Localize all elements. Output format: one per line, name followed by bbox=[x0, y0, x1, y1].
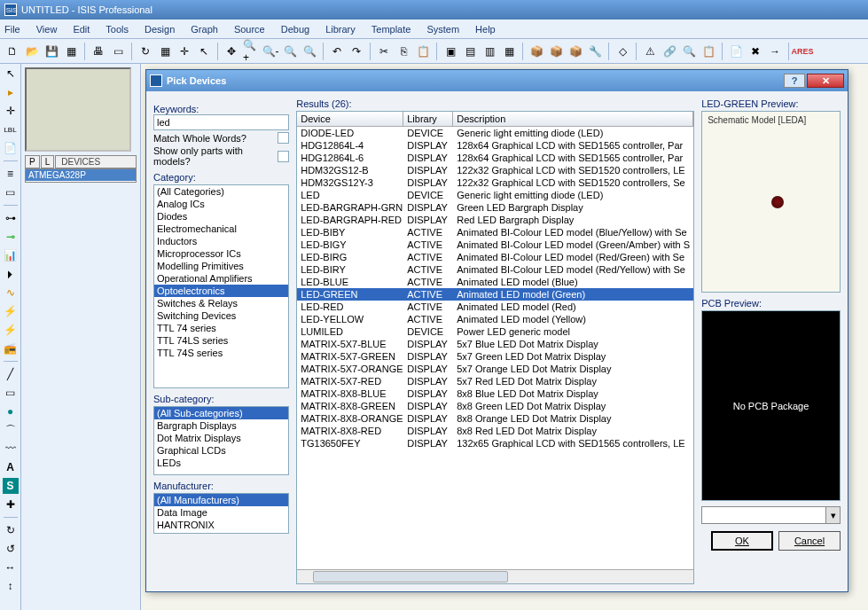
table-row[interactable]: MATRIX-8X8-BLUEDISPLAY8x8 Blue LED Dot M… bbox=[297, 387, 693, 400]
device-list-item[interactable]: ATMEGA328P bbox=[26, 169, 136, 181]
list-item[interactable]: Diodes bbox=[154, 210, 288, 223]
origin-icon[interactable]: ✛ bbox=[176, 43, 193, 60]
cursor-icon[interactable]: ↖ bbox=[195, 43, 213, 60]
table-row[interactable]: MATRIX-5X7-BLUEDISPLAY5x7 Blue LED Dot M… bbox=[297, 338, 693, 350]
menu-debug[interactable]: Debug bbox=[281, 24, 309, 35]
pan-icon[interactable]: ✥ bbox=[223, 43, 240, 60]
path-icon[interactable]: 〰 bbox=[3, 441, 19, 457]
area-icon[interactable]: ▦ bbox=[62, 43, 80, 60]
copy-icon[interactable]: ⎘ bbox=[395, 43, 412, 60]
table-row[interactable]: MATRIX-5X7-ORANGEDISPLAY5x7 Orange LED D… bbox=[297, 363, 693, 375]
subcircuit-icon[interactable]: ▭ bbox=[3, 184, 19, 200]
junction-icon[interactable]: ✛ bbox=[3, 103, 19, 119]
chevron-down-icon[interactable]: ▾ bbox=[825, 507, 840, 523]
table-row[interactable]: HDG12864L-6DISPLAY128x64 Graphical LCD w… bbox=[297, 152, 693, 164]
table-row[interactable]: LED-YELLOWACTIVEAnimated LED model (Yell… bbox=[297, 313, 693, 325]
grid-icon[interactable]: ▦ bbox=[156, 43, 174, 60]
list-item[interactable]: Operational Amplifiers bbox=[154, 272, 288, 285]
list-item[interactable]: TTL 74 series bbox=[154, 322, 288, 334]
search-icon[interactable]: 🔍 bbox=[680, 43, 698, 60]
table-row[interactable]: LED-BIGYACTIVEAnimated BI-Colour LED mod… bbox=[297, 239, 693, 251]
list-item[interactable]: (All Categories) bbox=[154, 185, 288, 198]
current-probe-icon[interactable]: ⚡ bbox=[3, 322, 19, 338]
help-icon[interactable]: ? bbox=[784, 74, 805, 88]
manufacturer-list[interactable]: (All Manufacturers)Data ImageHANTRONIX bbox=[153, 493, 289, 534]
menu-library[interactable]: Library bbox=[325, 24, 356, 35]
goto-sheet-icon[interactable]: → bbox=[766, 43, 784, 60]
table-row[interactable]: HDM32GS12Y-3DISPLAY122x32 Graphical LCD … bbox=[297, 176, 693, 189]
new-icon[interactable]: 🗋 bbox=[4, 43, 21, 60]
menu-source[interactable]: Source bbox=[234, 24, 265, 35]
wire-icon[interactable]: ◇ bbox=[614, 43, 631, 60]
selection-icon[interactable]: ↖ bbox=[3, 66, 19, 82]
category-list[interactable]: (All Categories)Analog ICsDiodesElectrom… bbox=[153, 184, 289, 388]
table-row[interactable]: HDM32GS12-BDISPLAY122x32 Graphical LCD w… bbox=[297, 164, 693, 176]
script-icon[interactable]: 📄 bbox=[3, 140, 19, 156]
list-item[interactable]: Bargraph Displays bbox=[154, 419, 288, 432]
table-row[interactable]: TG13650FEYDISPLAY132x65 Graphical LCD wi… bbox=[297, 437, 693, 450]
voltage-probe-icon[interactable]: ⚡ bbox=[3, 303, 19, 319]
print-icon[interactable]: 🖶 bbox=[90, 43, 107, 60]
col-library[interactable]: Library bbox=[403, 112, 453, 126]
keywords-input[interactable] bbox=[153, 114, 289, 130]
zoom-in-icon[interactable]: 🔍+ bbox=[242, 43, 260, 60]
list-item[interactable]: Switches & Relays bbox=[154, 297, 288, 309]
open-icon[interactable]: 📂 bbox=[23, 43, 41, 60]
list-item[interactable]: Switching Devices bbox=[154, 309, 288, 322]
list-item[interactable]: (All Manufacturers) bbox=[154, 494, 288, 506]
pick-icon[interactable]: 📦 bbox=[528, 43, 545, 60]
table-row[interactable]: LED-BIBYACTIVEAnimated BI-Colour LED mod… bbox=[297, 226, 693, 239]
menu-edit[interactable]: Edit bbox=[73, 24, 90, 35]
decompose-icon[interactable]: 🔧 bbox=[586, 43, 604, 60]
redo-icon[interactable]: ↷ bbox=[348, 43, 365, 60]
list-item[interactable]: Inductors bbox=[154, 235, 288, 247]
table-row[interactable]: LED-BLUEACTIVEAnimated LED model (Blue) bbox=[297, 276, 693, 288]
undo-icon[interactable]: ↶ bbox=[328, 43, 346, 60]
table-row[interactable]: LED-BARGRAPH-GRNDISPLAYGreen LED Bargrap… bbox=[297, 201, 693, 214]
list-item[interactable]: LEDs bbox=[154, 457, 288, 469]
table-row[interactable]: LED-GREENACTIVEAnimated LED model (Green… bbox=[297, 288, 693, 301]
table-row[interactable]: MATRIX-8X8-GREENDISPLAY8x8 Green LED Dot… bbox=[297, 400, 693, 412]
line-icon[interactable]: ╱ bbox=[3, 366, 19, 382]
ares-icon[interactable]: ARES bbox=[794, 43, 811, 60]
erc-icon[interactable]: ⚠ bbox=[641, 43, 659, 60]
package-combo[interactable]: ▾ bbox=[701, 506, 841, 524]
label-icon[interactable]: LBL bbox=[3, 121, 19, 137]
list-item[interactable]: TTL 74LS series bbox=[154, 334, 288, 347]
col-device[interactable]: Device bbox=[297, 112, 403, 126]
list-item[interactable]: Data Image bbox=[154, 506, 288, 519]
marker-icon[interactable]: ✚ bbox=[3, 497, 19, 512]
rotate-ccw-icon[interactable]: ↺ bbox=[3, 541, 19, 557]
tape-icon[interactable]: ⏵ bbox=[3, 266, 19, 282]
graph-icon[interactable]: 📊 bbox=[3, 247, 19, 263]
cancel-button[interactable]: Cancel bbox=[778, 531, 841, 551]
menu-view[interactable]: View bbox=[36, 24, 58, 35]
zoom-all-icon[interactable]: 🔍 bbox=[281, 43, 299, 60]
match-words-checkbox[interactable] bbox=[278, 132, 289, 144]
table-row[interactable]: LUMILEDDEVICEPower LED generic model bbox=[297, 325, 693, 338]
tab-p[interactable]: P bbox=[25, 155, 40, 168]
table-row[interactable]: LED-BIRGACTIVEAnimated BI-Colour LED mod… bbox=[297, 251, 693, 263]
block-move-icon[interactable]: ▤ bbox=[461, 43, 479, 60]
close-icon[interactable]: ✕ bbox=[807, 74, 844, 88]
rotate-cw-icon[interactable]: ↻ bbox=[3, 522, 19, 538]
package-icon[interactable]: 📦 bbox=[567, 43, 584, 60]
bom-icon[interactable]: 📋 bbox=[700, 43, 717, 60]
mirror-h-icon[interactable]: ↔ bbox=[3, 559, 19, 575]
make-icon[interactable]: 📦 bbox=[547, 43, 565, 60]
region-icon[interactable]: ▭ bbox=[109, 43, 127, 60]
bus-icon[interactable]: ≡ bbox=[3, 166, 19, 182]
refresh-icon[interactable]: ↻ bbox=[137, 43, 154, 60]
menu-file[interactable]: File bbox=[4, 24, 20, 35]
table-row[interactable]: MATRIX-5X7-REDDISPLAY5x7 Red LED Dot Mat… bbox=[297, 375, 693, 387]
pin-icon[interactable]: ⊸ bbox=[3, 229, 19, 245]
instrument-icon[interactable]: 📻 bbox=[3, 340, 19, 356]
device-list[interactable]: ATMEGA328P bbox=[25, 168, 137, 183]
menu-tools[interactable]: Tools bbox=[106, 24, 129, 35]
circle-icon[interactable]: ● bbox=[3, 403, 19, 419]
list-item[interactable]: TTL 74S series bbox=[154, 347, 288, 359]
table-row[interactable]: LEDDEVICEGeneric light emitting diode (L… bbox=[297, 189, 693, 201]
list-item[interactable]: Graphical LCDs bbox=[154, 444, 288, 457]
paste-icon[interactable]: 📋 bbox=[414, 43, 432, 60]
table-row[interactable]: LED-BIRYACTIVEAnimated BI-Colour LED mod… bbox=[297, 263, 693, 276]
